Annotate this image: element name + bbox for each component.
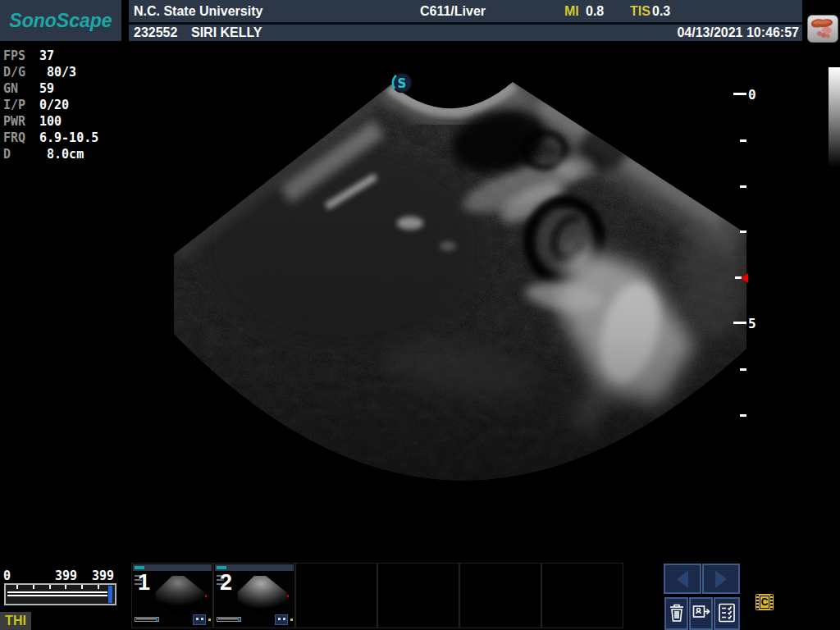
delete-button[interactable] — [664, 597, 688, 630]
cine-current: 399 — [55, 569, 77, 582]
institution-name: N.C. State University — [134, 0, 262, 22]
thumb-scrubber — [135, 617, 159, 622]
thumb-fan-image — [231, 575, 290, 618]
datetime: 04/13/2021 10:46:57 — [677, 25, 799, 41]
probe-preset: C611/Liver — [420, 0, 486, 22]
arrow-right-icon — [715, 570, 727, 588]
thumb-focus-dot — [287, 595, 289, 597]
thumbnail-slot-empty — [377, 563, 459, 628]
cine-tick — [49, 585, 51, 589]
thumb-controls — [275, 614, 288, 625]
grayscale-bar — [829, 67, 840, 167]
thumbnail-number: 2 — [220, 570, 232, 596]
thumb-fan-image — [148, 575, 208, 618]
film-perforation — [770, 595, 773, 609]
thumbnail-slot-empty — [541, 563, 623, 628]
review-list-button[interactable] — [714, 597, 740, 630]
ruler-label-5: 5 — [748, 316, 756, 331]
clipboard-cine-badge: C — [756, 594, 774, 610]
cine-track — [7, 591, 107, 596]
mi-value: 0.8 — [586, 0, 604, 22]
cine-handle[interactable] — [108, 586, 112, 603]
checklist-icon — [718, 603, 736, 623]
arrow-left-icon — [677, 570, 688, 588]
cine-tick — [16, 585, 18, 589]
next-page-button[interactable] — [702, 564, 740, 594]
tis-label: TIS — [630, 0, 651, 22]
cine-tick — [81, 585, 83, 589]
cine-start: 0 — [3, 569, 11, 582]
header-row-exam: N.C. State University C611/Liver MI 0.8 … — [129, 0, 802, 22]
cine-tick — [65, 585, 66, 589]
thumb-focus-dot — [205, 595, 207, 597]
cine-total: 399 — [92, 569, 114, 582]
liver-icon — [808, 16, 838, 42]
thumb-badge-dot — [208, 619, 211, 621]
ultrasound-screen: { "header": { "logo_text": "SonoScape", … — [0, 0, 840, 630]
orientation-marker: S — [393, 74, 412, 93]
thumbnail-slot-empty — [459, 563, 541, 628]
thi-label: THI — [0, 612, 31, 630]
patient-id: 232552 — [134, 25, 177, 41]
trash-icon — [669, 603, 685, 623]
tis-value: 0.3 — [652, 0, 670, 22]
marker-letter: S — [398, 76, 407, 91]
export-icon — [692, 603, 710, 623]
film-perforation — [756, 595, 759, 609]
header-row-patient: 232552 SIRI KELLY 04/13/2021 10:46:57 — [129, 25, 802, 41]
patient-name: SIRI KELLY — [191, 25, 262, 41]
brand-block: SonoScape — [0, 0, 121, 41]
cine-tick — [98, 585, 99, 589]
mi-label: MI — [564, 0, 579, 22]
exam-type-liver-button[interactable] — [807, 15, 838, 43]
clipboard-badge-letter: C — [760, 596, 769, 609]
header-bar: N.C. State University C611/Liver MI 0.8 … — [129, 0, 802, 41]
thumb-badge-dot — [290, 619, 293, 621]
thumb-scrubber — [217, 617, 241, 622]
export-button[interactable] — [689, 597, 713, 630]
thumbnail-1[interactable]: 1 — [131, 563, 213, 628]
thi-mode-indicator: THI — [0, 612, 31, 630]
cine-scrubber[interactable] — [4, 583, 116, 605]
sonoscape-logo: SonoScape — [0, 0, 121, 41]
ruler-label-0: 0 — [748, 87, 756, 103]
thumb-controls — [193, 614, 206, 625]
thumbnail-number: 1 — [138, 570, 150, 596]
ultrasound-fan-image — [123, 49, 796, 509]
ultrasound-display: S 0 5 — [0, 41, 840, 558]
cine-tick — [33, 585, 34, 589]
thumbnail-2[interactable]: 2 — [213, 563, 295, 628]
prev-page-button[interactable] — [664, 564, 701, 594]
thumbnail-slot-empty — [295, 563, 377, 628]
